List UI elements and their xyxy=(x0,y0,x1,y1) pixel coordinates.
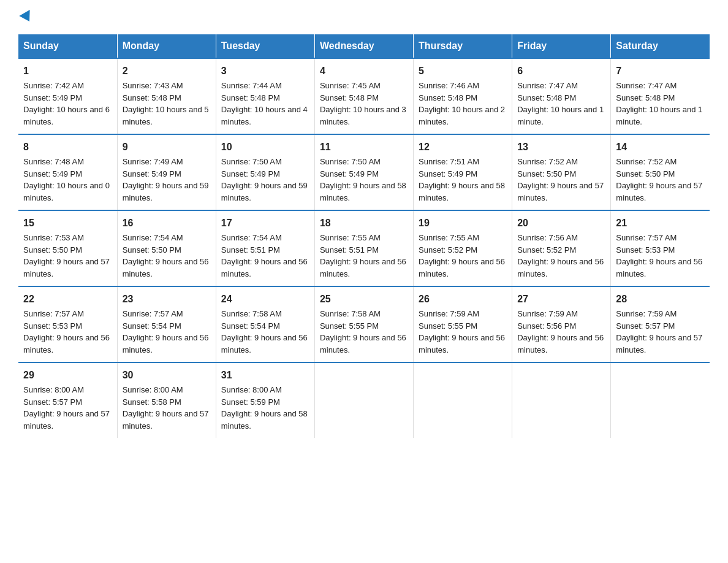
sunrise-text: Sunrise: 7:57 AM xyxy=(123,309,183,318)
sunset-text: Sunset: 5:52 PM xyxy=(419,245,477,255)
day-number: 1 xyxy=(23,64,112,79)
day-number: 8 xyxy=(23,140,112,155)
sunrise-text: Sunrise: 7:59 AM xyxy=(419,309,479,318)
daylight-text: Daylight: 9 hours and 56 minutes. xyxy=(419,333,505,354)
column-header-monday: Monday xyxy=(117,34,216,58)
calendar-week-row: 15Sunrise: 7:53 AMSunset: 5:50 PMDayligh… xyxy=(18,210,710,286)
logo xyxy=(18,12,33,22)
daylight-text: Daylight: 10 hours and 0 minutes. xyxy=(23,181,110,202)
daylight-text: Daylight: 9 hours and 56 minutes. xyxy=(221,333,308,354)
column-header-tuesday: Tuesday xyxy=(216,34,314,58)
day-number: 3 xyxy=(221,64,309,79)
column-header-saturday: Saturday xyxy=(611,34,710,58)
sunrise-text: Sunrise: 7:50 AM xyxy=(320,157,381,166)
calendar-cell: 19Sunrise: 7:55 AMSunset: 5:52 PMDayligh… xyxy=(414,210,512,286)
day-number: 15 xyxy=(23,216,112,231)
calendar-cell: 21Sunrise: 7:57 AMSunset: 5:53 PMDayligh… xyxy=(611,210,710,286)
day-number: 16 xyxy=(123,216,211,231)
column-header-thursday: Thursday xyxy=(414,34,512,58)
sunrise-text: Sunrise: 7:52 AM xyxy=(616,157,677,166)
sunset-text: Sunset: 5:50 PM xyxy=(123,245,181,255)
daylight-text: Daylight: 10 hours and 2 minutes. xyxy=(419,105,505,126)
sunset-text: Sunset: 5:57 PM xyxy=(616,321,675,331)
day-number: 29 xyxy=(23,368,112,383)
sunset-text: Sunset: 5:56 PM xyxy=(517,321,576,331)
sunset-text: Sunset: 5:50 PM xyxy=(23,245,82,255)
calendar-cell: 24Sunrise: 7:58 AMSunset: 5:54 PMDayligh… xyxy=(216,286,314,362)
sunset-text: Sunset: 5:54 PM xyxy=(123,321,181,331)
day-number: 10 xyxy=(221,140,309,155)
sunset-text: Sunset: 5:48 PM xyxy=(123,93,181,102)
calendar-cell xyxy=(611,362,710,438)
sunset-text: Sunset: 5:48 PM xyxy=(616,93,675,102)
calendar-cell xyxy=(512,362,611,438)
sunrise-text: Sunrise: 7:58 AM xyxy=(221,309,282,318)
sunrise-text: Sunrise: 7:53 AM xyxy=(23,233,84,242)
sunrise-text: Sunrise: 7:42 AM xyxy=(23,81,84,90)
calendar-cell: 16Sunrise: 7:54 AMSunset: 5:50 PMDayligh… xyxy=(117,210,216,286)
daylight-text: Daylight: 9 hours and 59 minutes. xyxy=(221,181,308,202)
logo-triangle-icon xyxy=(19,10,34,25)
sunrise-text: Sunrise: 8:00 AM xyxy=(221,385,282,394)
sunset-text: Sunset: 5:50 PM xyxy=(616,169,675,178)
column-header-friday: Friday xyxy=(512,34,611,58)
sunrise-text: Sunrise: 7:57 AM xyxy=(23,309,84,318)
day-number: 18 xyxy=(320,216,408,231)
sunset-text: Sunset: 5:55 PM xyxy=(320,321,379,331)
daylight-text: Daylight: 9 hours and 58 minutes. xyxy=(320,181,406,202)
daylight-text: Daylight: 9 hours and 58 minutes. xyxy=(221,409,308,431)
sunrise-text: Sunrise: 7:55 AM xyxy=(419,233,479,242)
sunset-text: Sunset: 5:49 PM xyxy=(23,169,82,178)
calendar-cell: 28Sunrise: 7:59 AMSunset: 5:57 PMDayligh… xyxy=(611,286,710,362)
daylight-text: Daylight: 9 hours and 56 minutes. xyxy=(517,257,604,278)
sunset-text: Sunset: 5:49 PM xyxy=(320,169,379,178)
column-header-wednesday: Wednesday xyxy=(314,34,413,58)
sunset-text: Sunset: 5:48 PM xyxy=(517,93,576,102)
daylight-text: Daylight: 9 hours and 57 minutes. xyxy=(23,409,110,431)
daylight-text: Daylight: 9 hours and 57 minutes. xyxy=(123,409,209,431)
daylight-text: Daylight: 10 hours and 1 minute. xyxy=(616,105,702,126)
daylight-text: Daylight: 9 hours and 56 minutes. xyxy=(123,257,209,278)
sunrise-text: Sunrise: 7:50 AM xyxy=(221,157,282,166)
column-header-sunday: Sunday xyxy=(18,34,117,58)
calendar-cell xyxy=(314,362,413,438)
calendar-cell: 17Sunrise: 7:54 AMSunset: 5:51 PMDayligh… xyxy=(216,210,314,286)
sunrise-text: Sunrise: 7:59 AM xyxy=(616,309,677,318)
sunset-text: Sunset: 5:51 PM xyxy=(221,245,280,255)
calendar-cell: 9Sunrise: 7:49 AMSunset: 5:49 PMDaylight… xyxy=(117,134,216,210)
calendar-cell: 13Sunrise: 7:52 AMSunset: 5:50 PMDayligh… xyxy=(512,134,611,210)
daylight-text: Daylight: 10 hours and 6 minutes. xyxy=(23,105,110,126)
calendar-week-row: 1Sunrise: 7:42 AMSunset: 5:49 PMDaylight… xyxy=(18,58,710,134)
calendar-cell: 8Sunrise: 7:48 AMSunset: 5:49 PMDaylight… xyxy=(18,134,117,210)
calendar-cell: 25Sunrise: 7:58 AMSunset: 5:55 PMDayligh… xyxy=(314,286,413,362)
sunrise-text: Sunrise: 7:46 AM xyxy=(419,81,479,90)
sunset-text: Sunset: 5:48 PM xyxy=(221,93,280,102)
sunset-text: Sunset: 5:48 PM xyxy=(419,93,477,102)
calendar-cell: 10Sunrise: 7:50 AMSunset: 5:49 PMDayligh… xyxy=(216,134,314,210)
day-number: 28 xyxy=(616,292,705,307)
calendar-cell: 29Sunrise: 8:00 AMSunset: 5:57 PMDayligh… xyxy=(18,362,117,438)
sunset-text: Sunset: 5:51 PM xyxy=(320,245,379,255)
calendar-week-row: 29Sunrise: 8:00 AMSunset: 5:57 PMDayligh… xyxy=(18,362,710,438)
daylight-text: Daylight: 10 hours and 1 minute. xyxy=(517,105,604,126)
calendar-cell: 31Sunrise: 8:00 AMSunset: 5:59 PMDayligh… xyxy=(216,362,314,438)
daylight-text: Daylight: 10 hours and 5 minutes. xyxy=(123,105,209,126)
sunset-text: Sunset: 5:55 PM xyxy=(419,321,477,331)
calendar-header-row: SundayMondayTuesdayWednesdayThursdayFrid… xyxy=(18,34,710,58)
daylight-text: Daylight: 9 hours and 59 minutes. xyxy=(123,181,209,202)
calendar-cell: 7Sunrise: 7:47 AMSunset: 5:48 PMDaylight… xyxy=(611,58,710,134)
sunset-text: Sunset: 5:53 PM xyxy=(616,245,675,255)
daylight-text: Daylight: 9 hours and 58 minutes. xyxy=(419,181,505,202)
sunrise-text: Sunrise: 7:54 AM xyxy=(123,233,183,242)
daylight-text: Daylight: 10 hours and 3 minutes. xyxy=(320,105,406,126)
day-number: 23 xyxy=(123,292,211,307)
calendar-cell: 4Sunrise: 7:45 AMSunset: 5:48 PMDaylight… xyxy=(314,58,413,134)
daylight-text: Daylight: 9 hours and 57 minutes. xyxy=(616,181,702,202)
day-number: 30 xyxy=(123,368,211,383)
sunrise-text: Sunrise: 7:48 AM xyxy=(23,157,84,166)
day-number: 25 xyxy=(320,292,408,307)
sunrise-text: Sunrise: 7:52 AM xyxy=(517,157,578,166)
calendar-cell: 11Sunrise: 7:50 AMSunset: 5:49 PMDayligh… xyxy=(314,134,413,210)
sunset-text: Sunset: 5:52 PM xyxy=(517,245,576,255)
calendar-table: SundayMondayTuesdayWednesdayThursdayFrid… xyxy=(18,34,710,438)
